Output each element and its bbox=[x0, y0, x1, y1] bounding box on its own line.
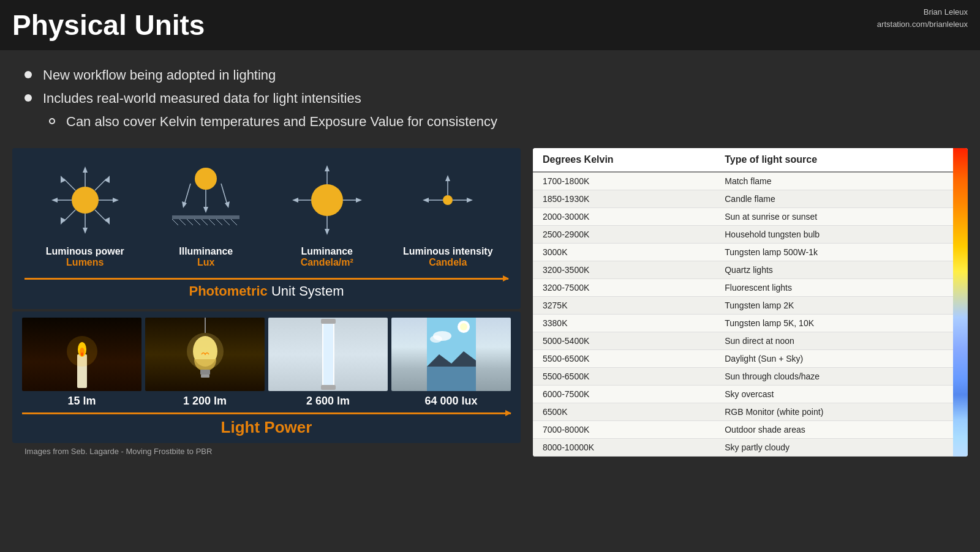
table-row: 1700-1800KMatch flame bbox=[533, 172, 953, 190]
table-row: 5500-6500KSun through clouds/haze bbox=[533, 368, 953, 386]
source-value: Quartz lights bbox=[715, 261, 953, 279]
source-credit: Images from Seb. Lagarde - Moving Frostb… bbox=[12, 447, 521, 456]
kelvin-value: 1700-1800K bbox=[533, 172, 715, 190]
photo-sky bbox=[391, 318, 511, 391]
page-title: Physical Units bbox=[12, 9, 205, 42]
bullet-item-3: Can also cover Kelvin temperatures and E… bbox=[24, 114, 956, 130]
svg-line-26 bbox=[179, 219, 186, 225]
svg-marker-40 bbox=[292, 198, 298, 203]
kelvin-value: 8000-10000K bbox=[533, 439, 715, 457]
table-row: 2000-3000KSun at sunrise or sunset bbox=[533, 208, 953, 226]
source-value: Tungsten lamp 2K bbox=[715, 297, 953, 315]
table-row: 5000-5400KSun direct at noon bbox=[533, 332, 953, 350]
photo-bulb bbox=[145, 318, 265, 391]
svg-rect-62 bbox=[321, 319, 336, 324]
main-content: Luminous power Lumens bbox=[0, 148, 980, 457]
source-value: Sky partly cloudy bbox=[715, 439, 953, 457]
svg-line-32 bbox=[224, 219, 230, 225]
source-value: Household tungsten bulb bbox=[715, 226, 953, 244]
svg-rect-57 bbox=[200, 370, 210, 375]
source-value: Sun through clouds/haze bbox=[715, 368, 953, 386]
photometric-highlight: Photometric bbox=[189, 283, 267, 299]
source-value: Sun direct at noon bbox=[715, 332, 953, 350]
bullet-dot-2 bbox=[24, 94, 32, 102]
source-value: Sky overcast bbox=[715, 386, 953, 403]
svg-marker-2 bbox=[83, 166, 88, 173]
table-row: 3000KTungsten lamp 500W-1k bbox=[533, 244, 953, 261]
image-item-candle: 15 lm bbox=[22, 318, 141, 408]
kelvin-value: 7000-8000K bbox=[533, 421, 715, 439]
sky-lm-label: 64 000 lux bbox=[391, 395, 511, 408]
images-row: 15 lm bbox=[12, 311, 521, 443]
svg-line-33 bbox=[231, 219, 237, 225]
table-row: 1850-1930KCandle flame bbox=[533, 190, 953, 208]
table-row: 5500-6500KDaylight (Sun + Sky) bbox=[533, 350, 953, 368]
source-value: Tungsten lamp 5K, 10K bbox=[715, 315, 953, 332]
svg-line-29 bbox=[202, 219, 208, 225]
right-panel: Degrees Kelvin Type of light source 1700… bbox=[533, 148, 968, 457]
table-row: 8000-10000KSky partly cloudy bbox=[533, 439, 953, 457]
svg-marker-45 bbox=[445, 175, 450, 181]
kelvin-value: 5500-6500K bbox=[533, 368, 715, 386]
bullet-item-1: New workflow being adopted in lighting bbox=[24, 67, 956, 83]
svg-marker-42 bbox=[356, 198, 362, 203]
svg-marker-8 bbox=[113, 198, 119, 203]
luminous-power-label: Luminous power bbox=[24, 246, 146, 257]
table-row: 3200-7500KFluorescent lights bbox=[533, 279, 953, 297]
svg-rect-58 bbox=[201, 375, 209, 378]
light-power-label: Light Power bbox=[22, 418, 511, 437]
image-items: 15 lm bbox=[22, 318, 511, 408]
svg-line-28 bbox=[194, 219, 200, 225]
candle-lm-label: 15 lm bbox=[22, 395, 141, 408]
svg-marker-6 bbox=[51, 198, 58, 203]
attribution-line1: Brian Leleux bbox=[877, 6, 968, 18]
bullet-circle-3 bbox=[49, 118, 55, 124]
luminous-power-sublabel: Lumens bbox=[24, 257, 146, 268]
svg-line-27 bbox=[187, 219, 193, 225]
luminous-intensity-sublabel: Candela bbox=[388, 257, 509, 268]
image-item-sky: 64 000 lux bbox=[391, 318, 511, 408]
table-row: 7000-8000KOutdoor shade areas bbox=[533, 421, 953, 439]
orange-bar bbox=[24, 278, 508, 280]
source-col-header: Type of light source bbox=[715, 148, 953, 172]
diagram-luminance: Luminance Candela/m² bbox=[266, 160, 388, 268]
svg-point-17 bbox=[195, 168, 217, 190]
svg-rect-61 bbox=[323, 321, 333, 388]
photo-tube bbox=[268, 318, 388, 391]
kelvin-value: 2500-2900K bbox=[533, 226, 715, 244]
kelvin-col-header: Degrees Kelvin bbox=[533, 148, 715, 172]
luminance-sublabel: Candela/m² bbox=[266, 257, 388, 268]
source-value: Tungsten lamp 500W-1k bbox=[715, 244, 953, 261]
attribution: Brian Leleux artstation.com/brianleleux bbox=[877, 6, 968, 30]
kelvin-value: 3275K bbox=[533, 297, 715, 315]
kelvin-value: 6500K bbox=[533, 403, 715, 421]
svg-marker-38 bbox=[325, 229, 330, 235]
image-item-tube: 2 600 lm bbox=[268, 318, 388, 408]
source-value: Fluorescent lights bbox=[715, 279, 953, 297]
orange-bar-container bbox=[24, 278, 508, 280]
image-item-bulb: 1 200 lm bbox=[145, 318, 265, 408]
bottom-orange-bar bbox=[22, 412, 511, 414]
luminance-label: Luminance bbox=[266, 246, 388, 257]
table-row: 2500-2900KHousehold tungsten bulb bbox=[533, 226, 953, 244]
svg-line-25 bbox=[172, 219, 178, 225]
tube-lm-label: 2 600 lm bbox=[268, 395, 388, 408]
color-bar bbox=[953, 148, 968, 457]
svg-line-22 bbox=[221, 184, 227, 204]
kelvin-table-wrapper: Degrees Kelvin Type of light source 1700… bbox=[533, 148, 968, 457]
svg-rect-63 bbox=[321, 385, 336, 390]
svg-point-59 bbox=[187, 333, 224, 370]
kelvin-value: 2000-3000K bbox=[533, 208, 715, 226]
svg-point-54 bbox=[67, 336, 97, 367]
svg-rect-24 bbox=[172, 215, 239, 219]
source-value: Candle flame bbox=[715, 190, 953, 208]
table-row: 6500KRGB Monitor (white point) bbox=[533, 403, 953, 421]
table-row: 3200-3500KQuartz lights bbox=[533, 261, 953, 279]
svg-point-34 bbox=[311, 184, 343, 216]
svg-line-31 bbox=[216, 219, 222, 225]
illuminance-sublabel: Lux bbox=[146, 257, 267, 268]
svg-point-43 bbox=[443, 195, 453, 205]
kelvin-value: 1850-1930K bbox=[533, 190, 715, 208]
luminous-intensity-label: Luminous intensity bbox=[388, 246, 509, 257]
svg-point-68 bbox=[430, 335, 442, 343]
